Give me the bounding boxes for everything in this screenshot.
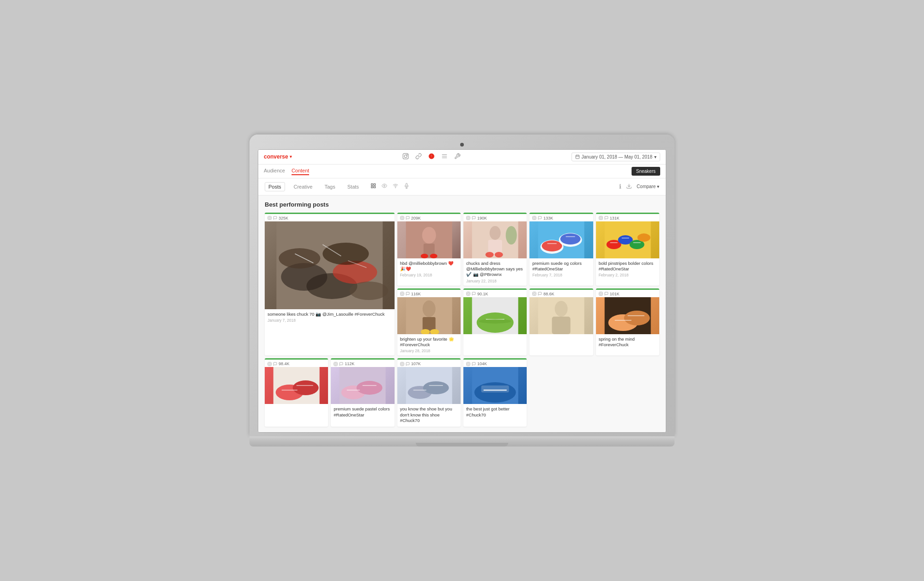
brand-logo[interactable]: converse ▾ <box>264 153 292 160</box>
tab-stats[interactable]: Stats <box>344 183 362 191</box>
post-image-10 <box>397 367 461 404</box>
tools-icon[interactable] <box>454 153 461 161</box>
post-stat-value-7: 101K <box>610 292 620 296</box>
wifi-icon[interactable] <box>393 183 398 190</box>
post-card-3[interactable]: 190K <box>463 213 527 286</box>
post-card-10[interactable]: 107K <box>397 358 461 427</box>
download-icon[interactable] <box>626 183 632 190</box>
post-card-4[interactable]: 133K <box>529 213 593 286</box>
tab-creative[interactable]: Creative <box>291 183 316 191</box>
post-image-6 <box>397 297 461 334</box>
svg-rect-106 <box>400 362 404 366</box>
post-caption-11: the best just got better #Chuck70 <box>466 406 524 418</box>
tab-posts[interactable]: Posts <box>265 182 285 191</box>
top-icons-group: ! <box>402 153 461 161</box>
svg-point-46 <box>495 252 503 257</box>
svg-point-81 <box>534 293 535 295</box>
app-container: converse ▾ <box>258 150 666 433</box>
post-card-5[interactable]: 131K <box>596 213 659 286</box>
grid-view-icon[interactable] <box>371 183 376 190</box>
svg-point-45 <box>486 252 494 257</box>
compare-button[interactable]: Compare ▾ <box>637 184 659 189</box>
top-bar: converse ▾ <box>258 150 666 165</box>
post-date-4: February 7, 2018 <box>532 273 590 277</box>
post-stat-4: 133K <box>529 214 593 221</box>
post-image-7 <box>596 297 659 334</box>
svg-point-110 <box>423 381 449 394</box>
post-card-2[interactable]: 209K <box>397 213 461 286</box>
mic-icon[interactable] <box>404 183 409 190</box>
svg-rect-67 <box>400 292 404 296</box>
svg-point-70 <box>422 300 435 317</box>
laptop-screen: converse ▾ <box>258 149 666 433</box>
svg-point-100 <box>335 363 337 365</box>
list-icon[interactable] <box>441 153 448 161</box>
post-card-7[interactable]: 101K <box>596 288 659 356</box>
laptop-lid: converse ▾ <box>249 135 675 437</box>
post-stat-value-11: 104K <box>477 361 487 366</box>
post-card-1[interactable]: 325K <box>265 213 395 356</box>
post-stat-2: 209K <box>397 214 461 221</box>
svg-point-103 <box>357 381 383 395</box>
post-date-1: January 7, 2018 <box>267 318 392 323</box>
post-text-8 <box>265 404 328 410</box>
brand-chevron-icon: ▾ <box>290 154 292 159</box>
post-image-11 <box>463 367 527 404</box>
post-caption-5: bold pinstripes bolder colors #RatedOneS… <box>599 261 657 272</box>
svg-point-36 <box>422 227 436 244</box>
section-title: Best performing posts <box>265 201 659 208</box>
post-card-8[interactable]: 98.4K <box>265 358 328 427</box>
svg-rect-113 <box>467 362 470 366</box>
post-stat-value-12: 90.1K <box>477 292 488 296</box>
svg-rect-85 <box>599 292 602 296</box>
svg-point-34 <box>401 217 403 219</box>
svg-rect-15 <box>374 186 376 188</box>
filter-sneakers-button[interactable]: Sneakers <box>632 167 660 176</box>
post-card-6[interactable]: 116K <box>397 288 461 356</box>
date-range-picker[interactable]: January 01, 2018 — May 01, 2018 ▾ <box>571 153 660 161</box>
posts-grid: 325K <box>265 213 659 427</box>
post-stat-value-10: 107K <box>411 361 421 366</box>
post-text-2: hbd @milliebobbybrown ❤️🎉❤️ February 19,… <box>397 258 461 280</box>
post-stat-3: 190K <box>463 214 527 221</box>
post-card-11[interactable]: 104K the best <box>463 358 527 427</box>
post-card-9[interactable]: 112K <box>331 358 394 427</box>
brand-name: converse <box>264 153 288 160</box>
svg-rect-57 <box>599 216 602 220</box>
eye-icon[interactable] <box>382 183 387 190</box>
instagram-icon[interactable] <box>402 153 409 161</box>
content-tabs-bar: Posts Creative Tags Stats <box>258 178 666 196</box>
svg-rect-40 <box>467 216 470 220</box>
alert-icon[interactable]: ! <box>428 153 435 161</box>
svg-point-41 <box>468 217 469 219</box>
post-stat-value-4: 133K <box>543 216 553 220</box>
post-stat-1: 325K <box>265 214 395 221</box>
tab-audience[interactable]: Audience <box>264 167 285 175</box>
svg-rect-0 <box>403 153 408 159</box>
laptop-camera <box>460 143 464 147</box>
svg-point-29 <box>349 281 388 300</box>
post-stat-value-2: 209K <box>411 216 421 220</box>
link-icon[interactable] <box>415 153 422 161</box>
tab-tags[interactable]: Tags <box>321 183 338 191</box>
post-caption-3: chucks and dress @Milliebobbybrown says … <box>466 261 524 278</box>
tab-content[interactable]: Content <box>292 167 310 175</box>
post-card-12[interactable]: 90.1K <box>463 288 527 356</box>
post-caption-7: spring on the mind #ForeverChuck <box>599 336 657 348</box>
svg-point-93 <box>269 363 271 365</box>
info-icon[interactable]: ℹ <box>619 183 621 190</box>
post-card-13[interactable]: 88.6K <box>529 288 593 356</box>
post-text-11: the best just got better #Chuck70 <box>463 404 527 421</box>
post-date-2: February 19, 2018 <box>400 273 458 277</box>
svg-point-54 <box>560 233 581 245</box>
date-range-label: January 01, 2018 — May 01, 2018 <box>582 154 652 159</box>
svg-rect-8 <box>576 155 579 159</box>
svg-point-79 <box>479 319 511 324</box>
post-text-12 <box>463 334 527 340</box>
post-date-6: January 28, 2018 <box>400 349 458 353</box>
post-stat-11: 104K <box>463 360 527 367</box>
svg-point-47 <box>506 226 517 245</box>
post-stat-value-8: 98.4K <box>279 361 290 366</box>
post-caption-2: hbd @milliebobbybrown ❤️🎉❤️ <box>400 261 458 272</box>
post-stat-6: 116K <box>397 290 461 297</box>
